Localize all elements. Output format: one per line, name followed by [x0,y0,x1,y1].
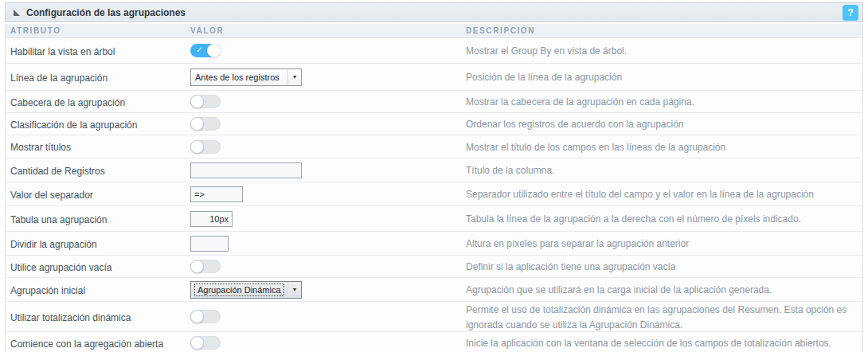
column-header-attribute: ATRIBUTO [6,26,190,35]
value-cell [190,162,466,178]
attribute-cell: Cabecera de la agrupación [6,95,190,109]
input-split-group[interactable] [190,236,229,252]
attribute-cell: Utilice agrupación vacía [6,260,190,274]
toggle-knob [207,44,221,57]
select-value: Antes de los registros [195,72,280,82]
table-row: Utilice agrupación vacía✓Definir si la a… [6,255,862,277]
table-header-row: ATRIBUTO VALOR DESCRIPCIÓN [6,24,862,38]
attribute-label: Cabecera de la agrupación [10,97,125,108]
value-cell: Agrupación Dinámica▾ [190,281,466,299]
attribute-label: Utilizar totalización dinámica [10,312,131,323]
attribute-label: Clasificación de la agrupación [10,119,137,131]
table-row: Valor del separadorSeparador utilizado e… [6,182,862,205]
row-description: Tabula la línea de la agrupación a la de… [466,213,801,225]
table-row: Comience con la agregación abierta✓Inici… [6,331,862,352]
attribute-label: Agrupación inicial [10,285,85,296]
attribute-cell: Habilitar la vista en árbol [6,44,190,58]
groupings-config-panel: Configuración de las agrupaciones ? ATRI… [5,2,863,352]
row-description: Mostrar la cabecera de la agrupación en … [466,96,694,108]
table-row: Mostrar títulos✓Mostrar el título de los… [6,135,862,158]
attribute-label: Utilice agrupación vacía [10,262,111,273]
value-cell: ✓ [190,117,466,131]
attribute-label: Tabula una agrupación [10,214,107,225]
chevron-down-icon: ▾ [287,69,301,85]
table-row: Clasificación de la agrupación✓Ordenar l… [6,112,862,135]
table-row: Agrupación inicialAgrupación Dinámica▾Ag… [6,277,862,301]
description-cell: Altura en píxeles para separar la agrupa… [466,236,862,250]
row-description: Separador utilizado entre el título del … [466,189,814,200]
column-header-value: VALOR [190,26,466,35]
toggle-group-sorting[interactable]: ✓ [190,117,221,131]
input-separator-value[interactable] [190,186,243,202]
collapse-triangle-icon[interactable] [14,10,20,16]
value-cell: ✓ [190,310,466,323]
table-row: Cabecera de la agrupación✓Mostrar la cab… [6,90,862,112]
toggle-knob [190,336,204,350]
row-description: Agrupación que se utilizará en la carga … [466,284,772,295]
value-cell: ✓ [190,95,466,108]
attribute-cell: Tabula una agrupación [6,212,190,226]
row-description: Mostrar el Group By en vista de árbol. [466,45,627,57]
row-description: Permite el uso de totalización dinámica … [466,304,846,330]
select-initial-group[interactable]: Agrupación Dinámica▾ [190,281,302,299]
panel-header[interactable]: Configuración de las agrupaciones ? [5,2,863,22]
value-cell: ✓ [190,140,466,154]
toggle-empty-group[interactable]: ✓ [190,260,221,273]
attribute-cell: Clasificación de la agrupación [6,117,190,131]
row-description: Mostrar el título de los campos en las l… [466,142,725,153]
attribute-label: Habilitar la vista en árbol [10,46,115,57]
attribute-cell: Utilizar totalización dinámica [6,310,190,324]
description-cell: Tabula la línea de la agrupación a la de… [466,211,862,225]
description-cell: Agrupación que se utilizará en la carga … [466,282,862,296]
description-cell: Mostrar el Group By en vista de árbol. [466,43,862,57]
row-description: Ordenar los registros de acuerdo con la … [466,119,684,130]
value-cell: Antes de los registros▾ [190,68,466,86]
select-group-line[interactable]: Antes de los registros▾ [190,68,302,86]
toggle-enable-tree-view[interactable]: ✓ [190,44,221,57]
toggle-knob [190,310,204,323]
attribute-cell: Mostrar títulos [6,139,190,154]
attribute-label: Dividir la agrupación [10,239,97,250]
row-description: Inicie la aplicación con la ventana de s… [466,338,831,349]
description-cell: Posición de la línea de la agrupación [466,69,862,84]
row-description: Posición de la línea de la agrupación [466,72,622,83]
table-row: Línea de la agrupaciónAntes de los regis… [6,63,862,90]
column-header-description: DESCRIPCIÓN [466,26,862,35]
config-table: ATRIBUTO VALOR DESCRIPCIÓN Habilitar la … [5,24,863,352]
row-description: Altura en píxeles para separar la agrupa… [466,238,689,249]
attribute-cell: Comience con la agregación abierta [6,336,190,350]
description-cell: Ordenar los registros de acuerdo con la … [466,116,862,131]
row-description: Título de la columna. [466,165,554,176]
input-record-count[interactable] [190,162,302,178]
value-cell [190,236,466,252]
table-row: Tabula una agrupaciónTabula la línea de … [6,205,862,231]
toggle-start-aggregation-open[interactable]: ✓ [190,336,221,350]
value-cell: ✓ [190,336,466,350]
description-cell: Mostrar el título de los campos en las l… [466,139,862,154]
attribute-cell: Cantidad de Registros [6,163,190,178]
check-icon: ✓ [196,45,202,54]
toggle-knob [190,260,204,273]
attribute-label: Cantidad de Registros [10,166,105,177]
attribute-label: Línea de la agrupación [10,72,108,84]
help-button[interactable]: ? [843,5,858,21]
attribute-cell: Línea de la agrupación [6,70,190,84]
attribute-cell: Dividir la agrupación [6,237,190,251]
table-row: Dividir la agrupaciónAltura en píxeles p… [6,231,862,255]
toggle-show-titles[interactable]: ✓ [190,140,221,154]
description-cell: Permite el uso de totalización dinámica … [466,302,862,330]
description-cell: Inicie la aplicación con la ventana de s… [466,335,862,350]
value-cell: ✓ [190,260,466,273]
toggle-dynamic-totalization[interactable]: ✓ [190,310,221,323]
input-group-indent[interactable] [190,211,233,227]
description-cell: Separador utilizado entre el título del … [466,186,862,201]
config-table-body: Habilitar la vista en árbol✓Mostrar el G… [6,38,862,352]
description-cell: Título de la columna. [466,162,862,177]
attribute-label: Comience con la agregación abierta [10,338,163,350]
attribute-label: Valor del separador [10,190,93,201]
value-cell: ✓ [190,44,466,57]
attribute-cell: Valor del separador [6,187,190,201]
table-row: Utilizar totalización dinámica✓Permite e… [6,301,862,331]
toggle-group-header[interactable]: ✓ [190,95,221,108]
table-row: Habilitar la vista en árbol✓Mostrar el G… [6,38,862,63]
